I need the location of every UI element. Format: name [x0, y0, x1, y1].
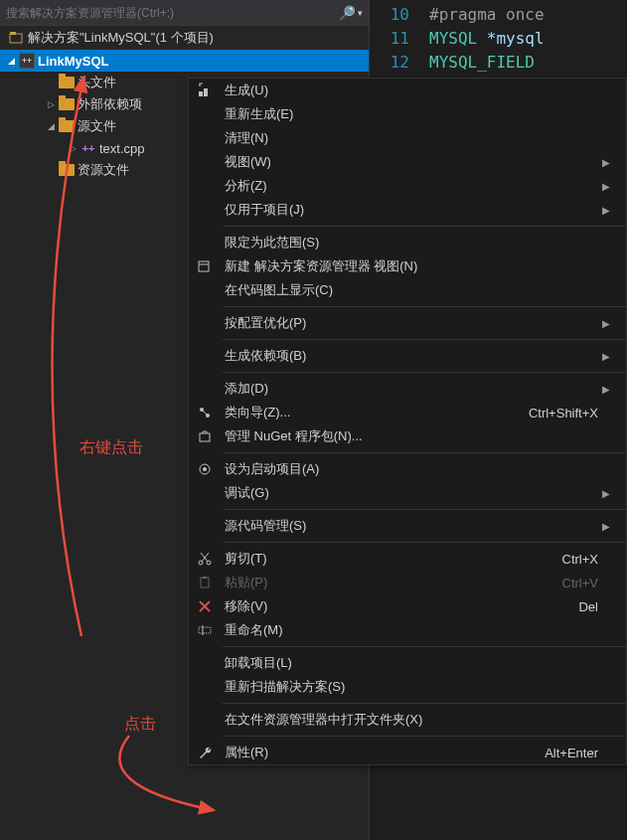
menu-rename[interactable]: 重命名(M)	[189, 618, 626, 642]
menu-rebuild[interactable]: 重新生成(E)	[189, 102, 626, 126]
menu-scope[interactable]: 限定为此范围(S)	[189, 231, 626, 254]
svg-line-14	[202, 553, 209, 562]
menu-nuget[interactable]: 管理 NuGet 程序包(N)...	[189, 424, 626, 448]
menu-separator	[223, 372, 626, 373]
submenu-arrow-icon: ▶	[602, 488, 626, 499]
menu-separator	[223, 226, 626, 227]
expander-icon[interactable]: ◢	[44, 121, 58, 131]
code-text: MYSQL *mysql	[429, 29, 545, 48]
context-menu: 生成(U) 重新生成(E) 清理(N) 视图(W)▶ 分析(Z)▶ 仅用于项目(…	[188, 78, 627, 765]
svg-rect-0	[10, 34, 22, 43]
rename-icon	[189, 622, 221, 638]
code-text: MYSQL_FIELD	[429, 53, 535, 72]
svg-rect-20	[199, 627, 211, 633]
submenu-arrow-icon: ▶	[602, 181, 626, 192]
folder-icon	[58, 74, 76, 91]
sources-label: 源文件	[78, 117, 116, 135]
menu-separator	[223, 509, 626, 510]
menu-deps[interactable]: 生成依赖项(B)▶	[189, 344, 626, 368]
search-icon[interactable]: 🔍	[339, 5, 356, 21]
shortcut-label: Alt+Enter	[545, 746, 626, 760]
menu-codemap[interactable]: 在代码图上显示(C)	[189, 278, 626, 302]
submenu-arrow-icon: ▶	[602, 157, 626, 168]
expander-icon[interactable]: ▷	[44, 99, 58, 109]
shortcut-label: Ctrl+V	[562, 576, 626, 590]
menu-remove[interactable]: 移除(V)Del	[189, 594, 626, 618]
solution-label: 解决方案"LinkMySQL"(1 个项目)	[28, 29, 214, 47]
code-line-11: 11 MYSQL *mysql	[370, 26, 627, 50]
shortcut-label: Ctrl+X	[562, 552, 626, 567]
line-number: 10	[370, 5, 429, 24]
menu-project-only[interactable]: 仅用于项目(J)▶	[189, 198, 626, 222]
submenu-arrow-icon: ▶	[602, 318, 626, 329]
svg-rect-16	[201, 578, 209, 588]
menu-add[interactable]: 添加(D)▶	[189, 377, 626, 401]
project-node[interactable]: ◢ ++ LinkMySQL	[0, 50, 369, 72]
folder-icon	[58, 161, 76, 179]
submenu-arrow-icon: ▶	[602, 521, 626, 532]
submenu-arrow-icon: ▶	[602, 384, 626, 395]
menu-startup[interactable]: 设为启动项目(A)	[189, 457, 626, 481]
menu-classwizard[interactable]: 类向导(Z)...Ctrl+Shift+X	[189, 401, 626, 424]
solution-icon	[8, 30, 24, 46]
code-text: #pragma once	[429, 5, 545, 24]
project-label: LinkMySQL	[38, 54, 109, 69]
menu-view[interactable]: 视图(W)▶	[189, 150, 626, 174]
svg-rect-17	[203, 577, 207, 579]
menu-separator	[223, 542, 626, 543]
menu-analyze[interactable]: 分析(Z)▶	[189, 174, 626, 198]
shortcut-label: Ctrl+Shift+X	[529, 406, 626, 420]
menu-separator	[223, 703, 626, 704]
search-dropdown-icon[interactable]: ▾	[358, 8, 363, 18]
code-line-12: 12 MYSQL_FIELD	[370, 50, 627, 74]
build-icon	[189, 83, 221, 98]
svg-line-15	[201, 553, 208, 562]
expander-icon[interactable]: ▷	[66, 143, 79, 153]
new-view-icon	[189, 258, 221, 274]
svg-point-11	[203, 467, 207, 471]
menu-clean[interactable]: 清理(N)	[189, 126, 626, 150]
svg-rect-9	[200, 433, 210, 441]
menu-optimize[interactable]: 按配置优化(P)▶	[189, 311, 626, 335]
folder-icon	[58, 117, 76, 135]
code-line-10: 10 #pragma once	[370, 2, 627, 26]
headers-label: 头文件	[78, 74, 116, 91]
menu-open-folder[interactable]: 在文件资源管理器中打开文件夹(X)	[189, 708, 626, 732]
solution-node[interactable]: 解决方案"LinkMySQL"(1 个项目)	[0, 26, 369, 50]
svg-line-8	[203, 411, 207, 415]
remove-icon	[189, 598, 221, 614]
line-number: 12	[370, 53, 429, 72]
cut-icon	[189, 551, 221, 567]
startup-icon	[189, 461, 221, 477]
resources-label: 资源文件	[78, 161, 129, 179]
submenu-arrow-icon: ▶	[602, 351, 626, 362]
search-bar: 🔍 ▾	[0, 0, 369, 26]
external-label: 外部依赖项	[78, 95, 142, 113]
menu-rescan[interactable]: 重新扫描解决方案(S)	[189, 675, 626, 699]
menu-separator	[223, 452, 626, 453]
search-input[interactable]	[6, 6, 335, 20]
menu-unload[interactable]: 卸载项目(L)	[189, 651, 626, 675]
cpp-file-icon: ++	[79, 139, 97, 157]
shortcut-label: Del	[578, 599, 626, 614]
menu-separator	[223, 736, 626, 737]
textcpp-label: text.cpp	[99, 141, 145, 156]
menu-separator	[223, 339, 626, 340]
nuget-icon	[189, 428, 221, 444]
menu-separator	[223, 646, 626, 647]
svg-rect-2	[199, 91, 203, 96]
menu-paste: 粘贴(P)Ctrl+V	[189, 571, 626, 594]
class-wizard-icon	[189, 405, 221, 420]
menu-build[interactable]: 生成(U)	[189, 79, 626, 102]
menu-new-explorer[interactable]: 新建 解决方案资源管理器 视图(N)	[189, 254, 626, 278]
menu-cut[interactable]: 剪切(T)Ctrl+X	[189, 547, 626, 571]
paste-icon	[189, 575, 221, 590]
menu-debug[interactable]: 调试(G)▶	[189, 481, 626, 505]
svg-rect-1	[10, 32, 16, 35]
expander-icon[interactable]: ◢	[4, 56, 18, 66]
wrench-icon	[189, 745, 221, 760]
menu-scm[interactable]: 源代码管理(S)▶	[189, 514, 626, 538]
menu-properties[interactable]: 属性(R)Alt+Enter	[189, 741, 626, 764]
submenu-arrow-icon: ▶	[602, 205, 626, 216]
menu-separator	[223, 306, 626, 307]
